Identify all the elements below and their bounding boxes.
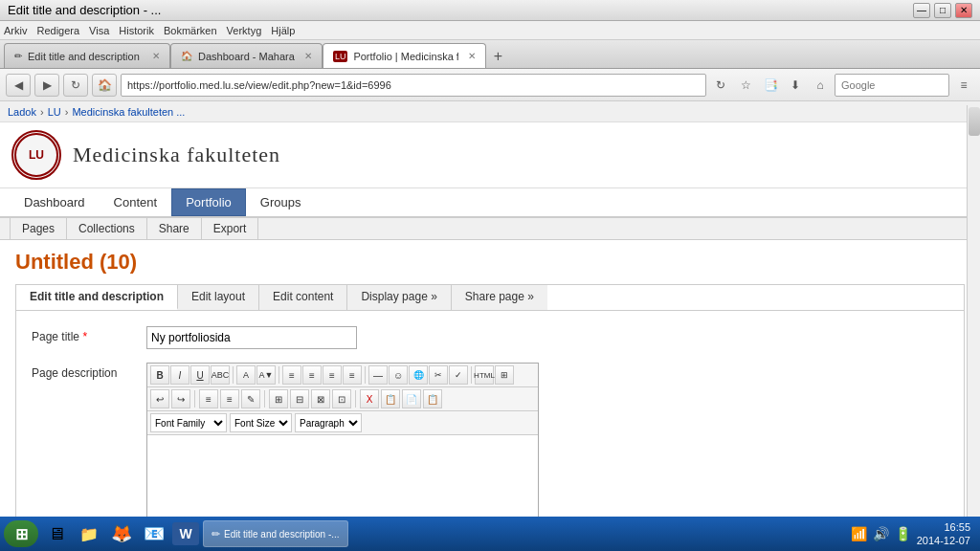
tab-edit-title-label: Edit title and description - ... — [28, 51, 143, 62]
tab-bar: ✏ Edit title and description - ... ✕ 🏠 D… — [0, 40, 980, 69]
rte-cut[interactable]: ✂ — [429, 365, 448, 385]
rte-btn-a[interactable]: ⊞ — [269, 389, 288, 408]
rte-ol[interactable]: ≡ — [199, 389, 218, 408]
search-input[interactable] — [835, 74, 949, 97]
taskbar-icon-word[interactable]: W — [172, 522, 199, 545]
rte-link[interactable]: 🌐 — [409, 365, 428, 385]
rte-bold[interactable]: B — [150, 365, 169, 385]
home-button[interactable]: 🏠 — [92, 74, 117, 97]
new-tab-button[interactable]: + — [486, 45, 509, 68]
scrollbar-thumb[interactable] — [969, 107, 980, 136]
rte-btn-b[interactable]: ⊟ — [290, 389, 309, 408]
back-button[interactable]: ◀ — [6, 74, 31, 97]
subnav-pages[interactable]: Pages — [10, 218, 67, 239]
tab-portfolio-close[interactable]: ✕ — [468, 51, 476, 61]
rte-align-left[interactable]: ≡ — [282, 365, 301, 385]
subnav-share[interactable]: Share — [147, 218, 202, 239]
rte-html[interactable]: HTML — [475, 365, 494, 385]
rte-emoji[interactable]: ☺ — [389, 365, 408, 385]
taskbar-icon-explorer[interactable]: 📁 — [75, 520, 103, 547]
rte-strikethrough[interactable]: ABC — [211, 365, 230, 385]
url-input[interactable] — [121, 74, 706, 97]
breadcrumb-ladok[interactable]: Ladok — [8, 106, 36, 118]
rte-align-right[interactable]: ≡ — [323, 365, 342, 385]
tab-display-page[interactable]: Display page » — [347, 285, 451, 310]
rte-ul[interactable]: ≡ — [220, 389, 239, 408]
taskbar-window-edit-icon: ✏ — [212, 528, 220, 540]
maximize-button[interactable]: □ — [934, 3, 951, 18]
bookmark-button[interactable]: 📑 — [760, 75, 781, 96]
tab-dashboard[interactable]: 🏠 Dashboard - Mahara ✕ — [170, 43, 323, 68]
address-bar: ◀ ▶ ↻ 🏠 ↻ ☆ 📑 ⬇ ⌂ ≡ — [0, 69, 980, 101]
tab-edit-content[interactable]: Edit content — [259, 285, 347, 310]
star-button[interactable]: ☆ — [735, 75, 756, 96]
subnav-collections[interactable]: Collections — [67, 218, 147, 239]
rte-paste-word[interactable]: 📋 — [423, 389, 442, 408]
rte-justify[interactable]: ≡ — [343, 365, 362, 385]
scrollbar[interactable] — [967, 105, 980, 534]
font-family-select[interactable]: Font Family — [150, 413, 227, 432]
subnav-export[interactable]: Export — [202, 218, 259, 239]
rte-italic[interactable]: I — [170, 365, 189, 385]
rte-separator-6 — [264, 390, 265, 408]
refresh-go-button[interactable]: ↻ — [710, 75, 731, 96]
menu-arkiv[interactable]: Arkiv — [4, 25, 27, 36]
taskbar: ⊞ 🖥 📁 🦊 📧 W ✏ Edit title and description… — [0, 517, 980, 551]
rte-check[interactable]: ✓ — [449, 365, 468, 385]
rte-color[interactable]: A — [236, 365, 256, 385]
taskbar-window-edit[interactable]: ✏ Edit title and description -... — [203, 520, 348, 547]
font-size-select[interactable]: Font Size — [230, 413, 292, 432]
nav-content[interactable]: Content — [100, 188, 172, 216]
refresh-button[interactable]: ↻ — [63, 74, 88, 97]
taskbar-icon-mail[interactable]: 📧 — [140, 520, 168, 547]
nav-portfolio[interactable]: Portfolio — [171, 188, 246, 216]
rte-paste[interactable]: 📋 — [381, 389, 400, 408]
start-button[interactable]: ⊞ — [4, 520, 38, 547]
tab-edit-title-close[interactable]: ✕ — [152, 51, 160, 61]
rte-indent[interactable]: ✎ — [241, 389, 260, 408]
page-title-label: Page title * — [32, 326, 146, 343]
forward-button[interactable]: ▶ — [34, 74, 59, 97]
download-button[interactable]: ⬇ — [785, 75, 806, 96]
home-nav-button[interactable]: ⌂ — [810, 75, 831, 96]
breadcrumb-lu[interactable]: LU — [48, 106, 61, 118]
rte-bgcolor[interactable]: A▼ — [256, 365, 276, 385]
menu-hjälp[interactable]: Hjälp — [271, 25, 295, 36]
menu-historik[interactable]: Historik — [119, 25, 154, 36]
close-button[interactable]: ✕ — [955, 3, 972, 18]
tab-portfolio-label: Portfolio | Medicinska faku... — [353, 51, 458, 62]
tab-edit-title-desc[interactable]: Edit title and description — [16, 285, 178, 310]
tab-portfolio[interactable]: LU Portfolio | Medicinska faku... ✕ — [323, 43, 487, 68]
rte-align-center[interactable]: ≡ — [302, 365, 322, 385]
minimize-button[interactable]: — — [913, 3, 930, 18]
tab-edit-title[interactable]: ✏ Edit title and description - ... ✕ — [4, 43, 170, 68]
taskbar-icon-ie[interactable]: 🖥 — [42, 520, 71, 547]
menu-verktyg[interactable]: Verktyg — [227, 25, 262, 36]
rte-table[interactable]: ⊞ — [495, 365, 514, 385]
nav-groups[interactable]: Groups — [246, 188, 316, 216]
window-controls: — □ ✕ — [913, 3, 972, 18]
paragraph-select[interactable]: Paragraph — [295, 413, 362, 432]
menu-button[interactable]: ≡ — [953, 75, 974, 96]
menu-redigera[interactable]: Redigera — [36, 25, 79, 36]
rte-hr[interactable]: — — [368, 365, 388, 385]
rte-format-row: Font Family Font Size Paragraph — [147, 411, 538, 435]
rte-undo[interactable]: ↩ — [150, 389, 169, 408]
rte-paste-text[interactable]: 📄 — [402, 389, 421, 408]
rte-delete[interactable]: X — [360, 389, 379, 408]
rte-btn-c[interactable]: ⊠ — [311, 389, 330, 408]
rte-redo[interactable]: ↪ — [171, 389, 190, 408]
menu-bokmarken[interactable]: Bokmärken — [164, 25, 217, 36]
breadcrumb-medicinska[interactable]: Medicinska fakulteten ... — [72, 106, 185, 118]
taskbar-icon-firefox[interactable]: 🦊 — [107, 520, 136, 547]
rte-separator-3 — [365, 366, 366, 384]
rte-underline[interactable]: U — [190, 365, 210, 385]
page-header: LU Medicinska fakulteten — [0, 122, 980, 188]
menu-visa[interactable]: Visa — [89, 25, 109, 36]
nav-dashboard[interactable]: Dashboard — [10, 188, 100, 216]
rte-btn-d[interactable]: ⊡ — [332, 389, 351, 408]
tab-edit-layout[interactable]: Edit layout — [178, 285, 259, 310]
page-title-input[interactable] — [146, 326, 357, 349]
tab-share-page[interactable]: Share page » — [452, 285, 547, 310]
tab-dashboard-close[interactable]: ✕ — [304, 51, 312, 61]
